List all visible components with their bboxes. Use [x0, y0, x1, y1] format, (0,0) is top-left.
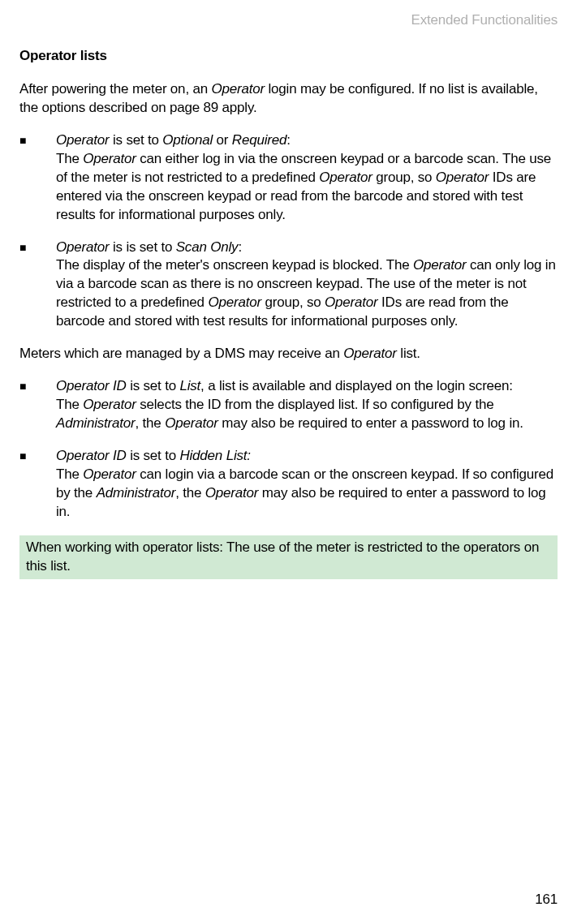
text: , a list is available and displayed on t… [200, 378, 513, 393]
text: group, so [372, 170, 436, 185]
italic-text: Operator [83, 466, 136, 482]
bullet-icon: ■ [19, 377, 56, 433]
bullet-item: ■ Operator ID is set to List, a list is … [19, 377, 558, 433]
italic-text: Operator [413, 257, 467, 273]
text: After powering the meter on, an [19, 81, 211, 97]
italic-text: List [179, 378, 200, 393]
bullet-item: ■ Operator ID is set to Hidden List: The… [19, 447, 558, 522]
text: Meters which are managed by a DMS may re… [19, 346, 343, 361]
mid-paragraph: Meters which are managed by a DMS may re… [19, 345, 558, 363]
italic-text: Optional [162, 132, 213, 148]
text: The display of the meter's onscreen keyp… [56, 257, 413, 273]
italic-text: Operator [56, 239, 110, 255]
italic-text: Operator [325, 294, 378, 310]
italic-text: Operator ID [56, 378, 127, 393]
text: : [238, 239, 242, 255]
italic-text: Operator ID [56, 448, 127, 463]
italic-text: Administrator [56, 415, 136, 431]
text: : [286, 132, 291, 148]
page-content: Operator lists After powering the meter … [19, 47, 558, 579]
italic-text: Required [232, 132, 286, 148]
text: or [213, 132, 232, 148]
text: is set to [110, 132, 163, 148]
italic-text: Operator [165, 415, 218, 431]
italic-text: Operator [83, 151, 136, 166]
bullet-text: Operator ID is set to Hidden List: The O… [56, 447, 558, 522]
text: selects the ID from the displayed list. … [136, 397, 494, 412]
bullet-text: Operator ID is set to List, a list is av… [56, 377, 558, 433]
section-title: Operator lists [19, 47, 558, 66]
bullet-text: Operator is set to Optional or Required:… [56, 131, 558, 225]
page-number: 161 [535, 891, 558, 909]
italic-text: Administrator [97, 485, 176, 501]
text: is is set to [110, 239, 176, 255]
note-box: When working with operator lists: The us… [19, 535, 558, 579]
text: The [56, 466, 83, 482]
text: is set to [127, 448, 180, 463]
bullet-icon: ■ [19, 131, 56, 225]
text: , the [175, 485, 205, 501]
text: , the [136, 415, 166, 431]
text: The [56, 151, 83, 166]
italic-text: Operator [436, 170, 489, 185]
italic-text: Operator [83, 397, 136, 412]
bullet-item: ■ Operator is set to Optional or Require… [19, 131, 558, 225]
page-header: Extended Functionalities [411, 11, 558, 30]
italic-text: Operator [319, 170, 372, 185]
bullet-text: Operator is is set to Scan Only: The dis… [56, 239, 558, 332]
italic-text: Operator [211, 81, 265, 97]
text: The [56, 397, 83, 412]
bullet-icon: ■ [19, 239, 56, 332]
text: group, so [261, 294, 325, 310]
intro-paragraph: After powering the meter on, an Operator… [19, 80, 558, 118]
italic-text: Scan Only [176, 239, 239, 255]
text: list. [397, 346, 420, 361]
italic-text: Operator [56, 132, 110, 148]
bullet-item: ■ Operator is is set to Scan Only: The d… [19, 239, 558, 332]
italic-text: Operator [208, 294, 261, 310]
italic-text: Operator [205, 485, 259, 501]
italic-text: Operator [343, 346, 397, 361]
text: is set to [127, 378, 180, 393]
text: may also be required to enter a password… [218, 415, 523, 431]
bullet-icon: ■ [19, 447, 56, 522]
italic-text: Hidden List: [179, 448, 250, 463]
